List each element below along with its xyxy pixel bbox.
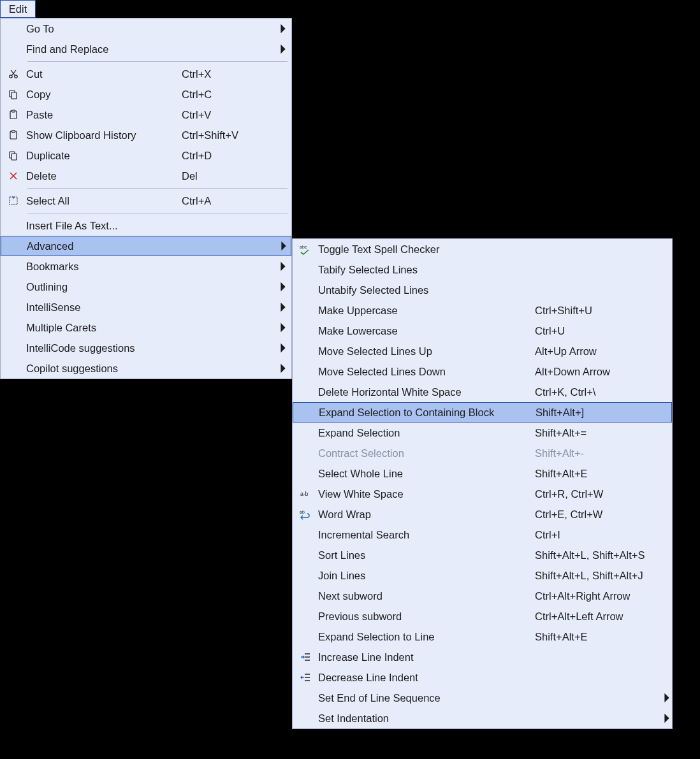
menu-item-untabify[interactable]: Untabify Selected Lines bbox=[293, 280, 672, 300]
menu-label: Make Uppercase bbox=[318, 305, 535, 317]
menu-label: Advanced bbox=[27, 240, 182, 252]
menu-item-sort-lines[interactable]: Sort Lines Shift+Alt+L, Shift+Alt+S bbox=[293, 545, 672, 565]
menu-item-goto[interactable]: Go To bbox=[1, 18, 291, 39]
menu-item-bookmarks[interactable]: Bookmarks bbox=[1, 256, 291, 277]
svg-text:abc: abc bbox=[300, 245, 307, 249]
menu-item-duplicate[interactable]: Duplicate Ctrl+D bbox=[1, 145, 291, 166]
menu-shortcut: Shift+Alt+] bbox=[536, 407, 662, 419]
copy-icon bbox=[1, 150, 26, 161]
menu-item-expand-selection-line[interactable]: Expand Selection to Line Shift+Alt+E bbox=[293, 626, 672, 647]
menu-label: Select Whole Line bbox=[318, 468, 535, 480]
submenu-arrow-icon bbox=[277, 43, 289, 55]
menu-item-advanced[interactable]: Advanced bbox=[1, 236, 291, 256]
menu-item-toggle-spell-checker[interactable]: abc Toggle Text Spell Checker bbox=[293, 239, 672, 259]
menu-shortcut: Del bbox=[182, 170, 277, 182]
svg-text:ab: ab bbox=[300, 510, 305, 514]
menu-label: Toggle Text Spell Checker bbox=[318, 243, 535, 256]
menu-shortcut: Shift+Alt+= bbox=[535, 427, 661, 439]
menu-item-next-subword[interactable]: Next subword Ctrl+Alt+Right Arrow bbox=[293, 586, 672, 606]
menu-shortcut: Ctrl+R, Ctrl+W bbox=[535, 488, 661, 500]
menu-shortcut: Ctrl+V bbox=[182, 109, 277, 121]
menu-item-expand-selection[interactable]: Expand Selection Shift+Alt+= bbox=[293, 423, 672, 443]
menu-label: Set Indentation bbox=[318, 712, 535, 725]
menu-item-copilot-suggestions[interactable]: Copilot suggestions bbox=[1, 358, 291, 379]
menu-label: Go To bbox=[26, 23, 182, 35]
menu-item-make-lowercase[interactable]: Make Lowercase Ctrl+U bbox=[293, 321, 672, 341]
menu-shortcut: Ctrl+Shift+V bbox=[182, 129, 277, 141]
menu-label: Untabify Selected Lines bbox=[318, 284, 535, 296]
menu-item-previous-subword[interactable]: Previous subword Ctrl+Alt+Left Arrow bbox=[293, 606, 672, 626]
submenu-arrow-icon bbox=[277, 342, 289, 354]
menu-item-move-lines-up[interactable]: Move Selected Lines Up Alt+Up Arrow bbox=[293, 341, 672, 361]
svg-rect-7 bbox=[12, 110, 15, 112]
menu-label: Sort Lines bbox=[318, 549, 535, 561]
svg-rect-5 bbox=[11, 92, 17, 99]
menu-item-delete-horizontal-whitespace[interactable]: Delete Horizontal White Space Ctrl+K, Ct… bbox=[293, 382, 672, 402]
menu-item-select-all[interactable]: Select All Ctrl+A bbox=[1, 191, 291, 211]
menu-item-tabify[interactable]: Tabify Selected Lines bbox=[293, 259, 672, 280]
menu-item-intellicode-suggestions[interactable]: IntelliCode suggestions bbox=[1, 338, 291, 358]
menu-label: Bookmarks bbox=[26, 261, 182, 273]
submenu-arrow-icon bbox=[277, 23, 289, 34]
menu-shortcut: Alt+Down Arrow bbox=[535, 366, 661, 378]
menu-label: Next subword bbox=[318, 590, 535, 602]
menu-label: Expand Selection bbox=[318, 427, 535, 439]
menu-item-make-uppercase[interactable]: Make Uppercase Ctrl+Shift+U bbox=[293, 300, 672, 321]
svg-rect-9 bbox=[12, 131, 15, 133]
menu-shortcut: Shift+Alt+- bbox=[535, 447, 661, 459]
menu-separator bbox=[27, 61, 288, 62]
menu-label: Expand Selection to Line bbox=[318, 631, 535, 643]
menu-item-set-eol-sequence[interactable]: Set End of Line Sequence bbox=[293, 688, 672, 708]
menu-item-cut[interactable]: Cut Ctrl+X bbox=[1, 64, 291, 84]
menu-item-find-replace[interactable]: Find and Replace bbox=[1, 39, 291, 59]
clipboard-icon bbox=[1, 109, 26, 120]
menu-item-multiple-carets[interactable]: Multiple Carets bbox=[1, 317, 291, 338]
menu-label: Tabify Selected Lines bbox=[318, 264, 535, 276]
menu-shortcut: Shift+Alt+E bbox=[535, 631, 661, 643]
edit-menu: Go To Find and Replace Cut Ctrl+X Copy C… bbox=[0, 18, 292, 379]
menu-item-delete[interactable]: Delete Del bbox=[1, 166, 291, 186]
menu-item-contract-selection: Contract Selection Shift+Alt+- bbox=[293, 443, 672, 463]
submenu-arrow-icon bbox=[277, 281, 289, 293]
menu-item-paste[interactable]: Paste Ctrl+V bbox=[1, 105, 291, 125]
menu-label: Make Lowercase bbox=[318, 325, 535, 337]
menu-shortcut: Ctrl+D bbox=[182, 150, 277, 162]
submenu-arrow-icon bbox=[277, 301, 289, 313]
menu-label: Contract Selection bbox=[318, 447, 535, 459]
menu-shortcut: Shift+Alt+L, Shift+Alt+S bbox=[535, 549, 661, 561]
menu-item-select-whole-line[interactable]: Select Whole Line Shift+Alt+E bbox=[293, 463, 672, 484]
menu-shortcut: Shift+Alt+E bbox=[535, 468, 661, 480]
menu-item-join-lines[interactable]: Join Lines Shift+Alt+L, Shift+Alt+J bbox=[293, 565, 672, 586]
menu-label: Insert File As Text... bbox=[26, 220, 182, 232]
menu-label: Move Selected Lines Down bbox=[318, 366, 535, 378]
menubar-edit-label: Edit bbox=[9, 3, 27, 15]
menu-item-decrease-indent[interactable]: Decrease Line Indent bbox=[293, 667, 672, 688]
menu-item-insert-file-as-text[interactable]: Insert File As Text... bbox=[1, 215, 291, 236]
select-all-icon bbox=[1, 195, 26, 206]
menu-item-copy[interactable]: Copy Ctrl+C bbox=[1, 84, 291, 105]
menu-item-word-wrap[interactable]: ab Word Wrap Ctrl+E, Ctrl+W bbox=[293, 504, 672, 524]
menu-item-move-lines-down[interactable]: Move Selected Lines Down Alt+Down Arrow bbox=[293, 361, 672, 382]
menu-item-expand-selection-block[interactable]: Expand Selection to Containing Block Shi… bbox=[293, 402, 672, 423]
menu-label: Set End of Line Sequence bbox=[318, 692, 535, 704]
menu-label: Select All bbox=[26, 195, 182, 207]
menu-shortcut: Ctrl+U bbox=[535, 325, 661, 337]
submenu-arrow-icon bbox=[278, 240, 289, 252]
menu-item-intellisense[interactable]: IntelliSense bbox=[1, 297, 291, 317]
menu-item-set-indentation[interactable]: Set Indentation bbox=[293, 708, 672, 728]
menu-item-increase-indent[interactable]: Increase Line Indent bbox=[293, 647, 672, 667]
menu-label: Multiple Carets bbox=[26, 322, 182, 334]
menu-item-incremental-search[interactable]: Incremental Search Ctrl+I bbox=[293, 524, 672, 545]
menu-item-show-clipboard-history[interactable]: Show Clipboard History Ctrl+Shift+V bbox=[1, 125, 291, 145]
menubar-edit[interactable]: Edit bbox=[0, 0, 36, 18]
menu-shortcut: Ctrl+C bbox=[182, 89, 277, 101]
menu-label: Find and Replace bbox=[26, 43, 182, 55]
menu-label: Show Clipboard History bbox=[26, 129, 182, 141]
menu-item-view-whitespace[interactable]: a·b View White Space Ctrl+R, Ctrl+W bbox=[293, 484, 672, 504]
menu-item-outlining[interactable]: Outlining bbox=[1, 277, 291, 297]
menu-shortcut: Ctrl+Alt+Left Arrow bbox=[535, 611, 661, 623]
svg-rect-11 bbox=[11, 154, 17, 160]
submenu-arrow-icon bbox=[277, 322, 289, 333]
menu-label: Paste bbox=[26, 109, 182, 121]
submenu-arrow-icon bbox=[277, 261, 289, 272]
